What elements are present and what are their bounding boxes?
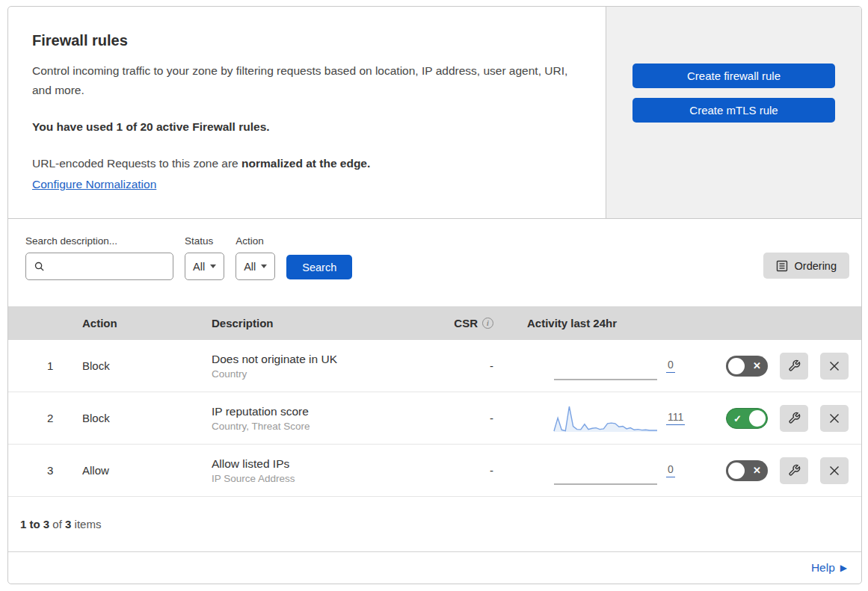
column-csr: CSR i (441, 317, 499, 329)
pagination-status: 1 to 3 of 3 items (8, 497, 861, 552)
create-mtls-rule-button[interactable]: Create mTLS rule (632, 98, 835, 123)
rule-enabled-toggle[interactable] (726, 356, 768, 377)
page-description: Control incoming traffic to your zone by… (32, 61, 570, 101)
wrench-icon (788, 359, 801, 372)
delete-rule-button[interactable] (820, 405, 849, 432)
rule-priority: 3 (8, 464, 82, 477)
search-field-label: Search description... (25, 235, 173, 247)
rule-fields: Country (212, 368, 441, 380)
close-icon (828, 412, 840, 424)
toggle-knob (728, 462, 745, 479)
configure-normalization-link[interactable]: Configure Normalization (32, 178, 156, 191)
wrench-icon (788, 464, 801, 477)
normalization-text: URL-encoded Requests to this zone are (32, 157, 241, 170)
rule-description: Allow listed IPs (212, 457, 441, 471)
rule-fields: Country, Threat Score (212, 421, 441, 432)
chevron-down-icon (210, 264, 216, 268)
status-dropdown-value: All (193, 261, 205, 273)
rule-csr-value: - (441, 412, 499, 424)
close-icon (828, 465, 840, 477)
ordering-button-label: Ordering (795, 260, 837, 272)
arrow-right-icon[interactable]: ▶ (840, 563, 847, 573)
list-icon (776, 260, 788, 272)
toggle-knob (728, 358, 745, 374)
activity-sparkline (553, 350, 658, 383)
search-icon (34, 261, 45, 272)
activity-count-link[interactable]: 111 (666, 411, 685, 425)
help-bar: Help ▶ (8, 552, 861, 584)
rule-action: Block (82, 359, 212, 372)
rule-priority: 1 (8, 359, 82, 372)
filter-bar: Search description... Status All Action … (8, 219, 861, 306)
column-description: Description (212, 317, 441, 329)
search-input[interactable] (51, 261, 165, 273)
filter-controls: Search description... Status All Action … (25, 235, 352, 280)
rule-enabled-toggle[interactable] (726, 460, 768, 481)
activity-count-link[interactable]: 0 (666, 359, 675, 373)
header-section: Firewall rules Control incoming traffic … (8, 7, 861, 219)
rule-controls (688, 405, 861, 432)
rule-fields: IP Source Address (212, 473, 441, 484)
firewall-rules-card: Firewall rules Control incoming traffic … (7, 6, 862, 584)
rule-description-cell: IP reputation score Country, Threat Scor… (212, 405, 441, 432)
pagination-range: 1 to 3 (20, 518, 49, 530)
edit-rule-button[interactable] (780, 457, 808, 484)
activity-sparkline (553, 402, 658, 435)
toggle-knob (749, 410, 766, 427)
rule-activity-cell: 0 (499, 454, 688, 487)
rule-csr-value: - (441, 464, 499, 477)
rule-controls (688, 457, 861, 484)
rule-description-cell: Does not originate in UK Country (212, 353, 441, 380)
help-link[interactable]: Help (811, 561, 835, 575)
table-header: Action Description CSR i Activity last 2… (8, 306, 861, 340)
rule-enabled-toggle[interactable] (726, 408, 768, 429)
normalization-bold-text: normalized at the edge. (241, 157, 370, 170)
rule-controls (688, 353, 861, 380)
delete-rule-button[interactable] (820, 353, 849, 380)
search-box[interactable] (25, 253, 173, 280)
rule-action: Block (82, 412, 212, 424)
activity-sparkline (553, 454, 658, 487)
toggle-state-icon (733, 409, 742, 430)
ordering-button[interactable]: Ordering (763, 253, 849, 279)
delete-rule-button[interactable] (820, 457, 849, 484)
table-row: 2 Block IP reputation score Country, Thr… (8, 392, 861, 445)
pagination-items: items (75, 518, 102, 530)
chevron-down-icon (261, 264, 267, 268)
rule-activity-cell: 0 (499, 350, 688, 383)
rule-description-cell: Allow listed IPs IP Source Address (212, 457, 441, 484)
table-row: 3 Allow Allow listed IPs IP Source Addre… (8, 445, 861, 497)
close-icon (828, 360, 840, 372)
toggle-state-icon (753, 460, 761, 481)
toggle-state-icon (753, 356, 761, 377)
info-icon[interactable]: i (482, 318, 493, 329)
wrench-icon (788, 412, 801, 424)
normalization-notice: URL-encoded Requests to this zone are no… (32, 155, 576, 173)
edit-rule-button[interactable] (780, 353, 808, 380)
activity-count-link[interactable]: 0 (666, 463, 675, 477)
pagination-of: of (52, 518, 62, 530)
create-firewall-rule-button[interactable]: Create firewall rule (632, 64, 835, 88)
action-dropdown[interactable]: All (236, 253, 275, 280)
status-dropdown[interactable]: All (185, 253, 224, 280)
action-filter-group: Action All (236, 235, 275, 280)
rule-description: IP reputation score (212, 405, 441, 418)
pagination-total: 3 (65, 518, 71, 530)
rule-csr-value: - (441, 359, 499, 372)
rule-priority: 2 (8, 412, 82, 424)
action-filter-label: Action (236, 235, 275, 247)
header-text-area: Firewall rules Control incoming traffic … (8, 7, 606, 218)
actions-panel: Create firewall rule Create mTLS rule (606, 7, 861, 218)
column-csr-label: CSR (454, 317, 478, 329)
edit-rule-button[interactable] (780, 405, 808, 432)
rule-action: Allow (82, 464, 212, 477)
rule-description: Does not originate in UK (212, 353, 441, 366)
search-field-group: Search description... (25, 235, 173, 280)
usage-notice: You have used 1 of 20 active Firewall ru… (32, 120, 576, 134)
search-button[interactable]: Search (286, 255, 352, 279)
status-filter-label: Status (185, 235, 224, 247)
column-activity: Activity last 24hr (499, 317, 688, 329)
column-action: Action (82, 317, 212, 329)
rule-activity-cell: 111 (499, 402, 688, 435)
action-dropdown-value: All (244, 261, 256, 273)
